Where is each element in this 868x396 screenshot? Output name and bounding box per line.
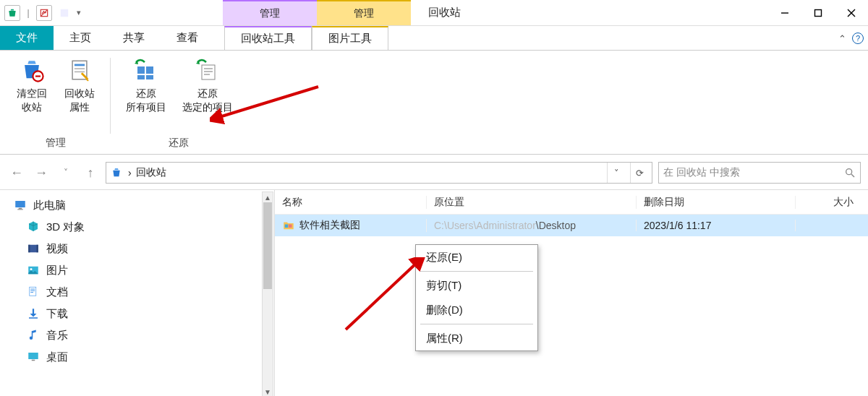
tab-home[interactable]: 主页 (54, 26, 107, 50)
date-deleted: 2023/1/6 11:17 (637, 220, 796, 231)
svg-rect-25 (28, 245, 30, 253)
svg-rect-31 (30, 290, 35, 291)
tree-music[interactable]: 音乐 (1, 324, 273, 346)
tree-this-pc[interactable]: 此电脑 (1, 194, 273, 216)
address-bar[interactable]: › 回收站 ˅ ⟳ (106, 162, 652, 184)
ribbon-group-manage: 清空回 收站 回收站 属性 管理 (6, 55, 106, 154)
svg-rect-37 (285, 225, 289, 228)
svg-rect-36 (32, 360, 35, 361)
tab-share[interactable]: 共享 (107, 26, 161, 50)
tree-label: 视频 (46, 242, 68, 256)
tab-view[interactable]: 查看 (161, 26, 214, 50)
search-placeholder: 在 回收站 中搜索 (663, 166, 844, 179)
documents-icon (26, 285, 41, 299)
sidebar-scrollbar[interactable]: ▲ ▼ (262, 191, 273, 396)
recycle-bin-location-icon (109, 165, 124, 180)
tree-documents[interactable]: 文档 (1, 281, 273, 303)
properties-icon[interactable] (36, 5, 52, 21)
tree-label: 音乐 (46, 329, 68, 343)
tree-3d-objects[interactable]: 3D 对象 (1, 216, 273, 238)
restore-all-button[interactable]: 还原 所有项目 (119, 55, 173, 114)
column-size[interactable]: 大小 (796, 196, 868, 209)
qat-separator: | (25, 8, 32, 18)
svg-point-28 (30, 268, 33, 270)
window-controls (768, 0, 868, 25)
tree-label: 此电脑 (33, 199, 66, 212)
empty-bin-icon (18, 56, 46, 84)
svg-rect-26 (37, 245, 38, 253)
minimize-button[interactable] (768, 0, 801, 25)
context-menu-cut[interactable]: 剪切(T) (416, 273, 537, 298)
help-icon[interactable]: ? (852, 33, 864, 44)
tab-picture-tools[interactable]: 图片工具 (312, 26, 388, 50)
svg-rect-13 (137, 75, 145, 79)
original-location: C:\Users\Administrator\Desktop (427, 220, 637, 231)
group-restore-label: 还原 (169, 134, 189, 154)
recycle-bin-icon[interactable] (4, 5, 20, 21)
maximize-button[interactable] (801, 0, 835, 25)
restore-selected-button[interactable]: 还原 选定的项目 (177, 55, 238, 114)
context-menu-separator (420, 271, 533, 272)
tree-label: 文档 (46, 285, 68, 299)
tree-downloads[interactable]: 下载 (1, 303, 273, 324)
svg-rect-1 (61, 9, 69, 17)
context-menu-delete[interactable]: 删除(D) (416, 298, 537, 322)
list-item[interactable]: 软件相关截图 C:\Users\Administrator\Desktop 20… (275, 215, 868, 236)
tab-recycle-tools[interactable]: 回收站工具 (224, 26, 312, 50)
context-menu-properties[interactable]: 属性(R) (416, 326, 537, 350)
tree-desktop[interactable]: 桌面 (1, 346, 273, 368)
svg-rect-14 (146, 75, 153, 79)
svg-rect-12 (146, 66, 153, 74)
scroll-down-icon[interactable]: ▼ (263, 387, 273, 396)
svg-rect-8 (75, 64, 85, 66)
tree-label: 桌面 (46, 350, 68, 364)
svg-rect-16 (204, 68, 213, 69)
scroll-thumb[interactable] (263, 202, 272, 289)
downloads-icon (26, 306, 41, 321)
tree-videos[interactable]: 视频 (1, 238, 273, 259)
refresh-icon[interactable]: ⟳ (630, 163, 649, 183)
context-menu: 还原(E) 剪切(T) 删除(D) 属性(R) (415, 244, 538, 351)
empty-recycle-bin-button[interactable]: 清空回 收站 (10, 55, 54, 114)
window-title: 回收站 (411, 0, 478, 25)
column-date-deleted[interactable]: 删除日期 (637, 196, 796, 209)
restore-selected-icon (194, 56, 221, 84)
nav-back-button[interactable]: ← (7, 163, 26, 182)
breadcrumb-location[interactable]: 回收站 (136, 166, 166, 179)
tab-file[interactable]: 文件 (0, 26, 54, 50)
svg-rect-18 (204, 74, 210, 75)
tree-label: 图片 (46, 264, 68, 277)
ribbon-collapse-icon[interactable]: ⌃ (838, 33, 846, 44)
scroll-up-icon[interactable]: ▲ (263, 192, 273, 202)
svg-rect-3 (815, 9, 822, 16)
svg-point-19 (846, 169, 852, 175)
nav-forward-button[interactable]: → (32, 163, 51, 182)
column-original-location[interactable]: 原位置 (427, 196, 637, 209)
pictures-icon (26, 263, 41, 277)
qat-customize-icon[interactable] (56, 5, 72, 21)
empty-bin-label: 清空回 收站 (17, 87, 47, 114)
desktop-icon (26, 350, 41, 364)
recycle-bin-properties-button[interactable]: 回收站 属性 (58, 55, 101, 114)
close-button[interactable] (835, 0, 868, 25)
restore-all-icon (132, 56, 160, 84)
nav-up-button[interactable]: ↑ (81, 163, 100, 182)
svg-rect-38 (289, 225, 292, 228)
svg-rect-35 (28, 353, 38, 359)
context-menu-restore[interactable]: 还原(E) (416, 245, 537, 270)
svg-rect-30 (30, 289, 35, 290)
tree-pictures[interactable]: 图片 (1, 259, 273, 281)
search-input[interactable]: 在 回收站 中搜索 (658, 162, 861, 184)
contextual-tab-picture: 管理 (317, 0, 411, 25)
svg-rect-23 (17, 209, 23, 210)
folder-icon (282, 219, 295, 232)
column-name[interactable]: 名称 (275, 196, 427, 209)
svg-rect-32 (30, 292, 33, 293)
qat-dropdown-icon[interactable]: ▾ (77, 8, 81, 17)
svg-rect-10 (75, 71, 85, 72)
nav-recent-button[interactable]: ˅ (56, 163, 75, 182)
address-dropdown-icon[interactable]: ˅ (607, 163, 626, 183)
bin-props-label: 回收站 属性 (64, 87, 95, 114)
svg-point-34 (30, 337, 33, 340)
svg-rect-22 (19, 208, 22, 210)
